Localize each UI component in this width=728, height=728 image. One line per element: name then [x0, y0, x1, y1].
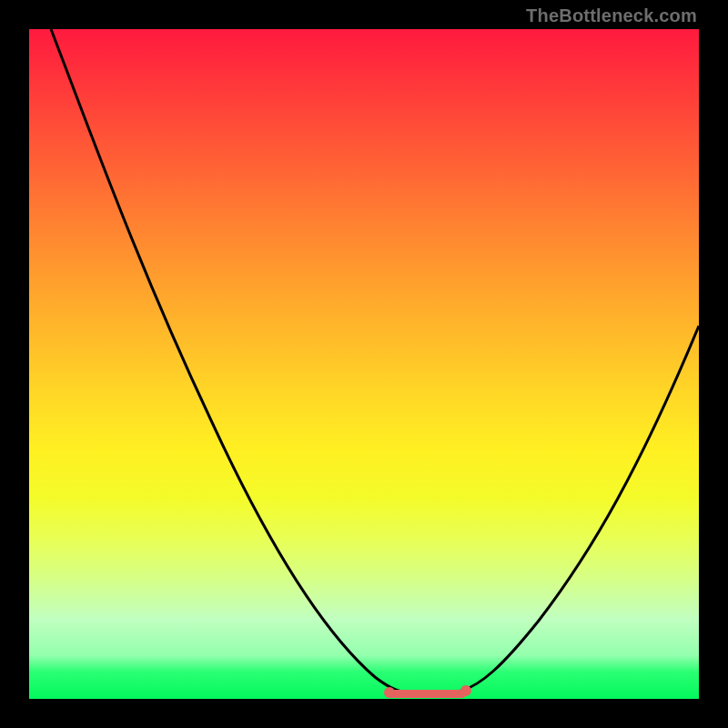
plot-area [29, 29, 699, 699]
attribution-text: TheBottleneck.com [526, 5, 697, 26]
minimum-flat-marker [388, 690, 466, 698]
curve-left-branch [51, 29, 415, 693]
curve-right-branch [459, 326, 699, 692]
minimum-right-endpoint [460, 685, 471, 696]
minimum-left-endpoint [384, 687, 395, 698]
chart-frame: TheBottleneck.com [0, 0, 728, 728]
bottleneck-curve [29, 29, 699, 699]
